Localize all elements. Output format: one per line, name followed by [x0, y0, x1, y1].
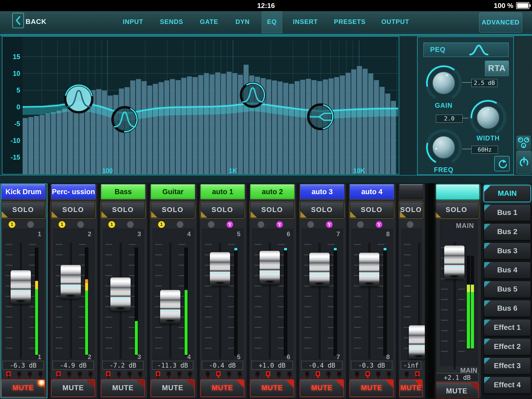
assign-indicator-3[interactable]: [227, 371, 231, 376]
eq-type-selector[interactable]: PEQ: [423, 43, 509, 57]
link-indicator[interactable]: [77, 221, 84, 228]
assign-indicator-3[interactable]: [78, 371, 82, 376]
eq-power-button[interactable]: [516, 151, 531, 174]
assign-indicator-3[interactable]: [127, 371, 132, 376]
bus-select-effect-3[interactable]: Effect 3: [484, 357, 531, 375]
solo-button[interactable]: SOLO: [51, 202, 95, 218]
bus-select-bus-1[interactable]: Bus 1: [484, 204, 531, 221]
assign-indicator-1[interactable]: [106, 371, 110, 376]
bus-select-bus-3[interactable]: Bus 3: [484, 242, 531, 260]
channel-name-label[interactable]: auto 1: [201, 184, 245, 199]
assign-indicator-2[interactable]: [216, 371, 221, 376]
link-indicator[interactable]: [257, 221, 264, 228]
mute-button[interactable]: MUTE: [300, 379, 344, 397]
assign-indicator-2[interactable]: [365, 371, 370, 376]
assign-indicator-1[interactable]: [355, 371, 359, 376]
link-indicator[interactable]: [407, 221, 414, 228]
channel-name-label[interactable]: [400, 184, 423, 199]
tab-gate[interactable]: GATE: [200, 11, 218, 33]
freq-knob[interactable]: [424, 127, 464, 167]
assign-indicator-2[interactable]: [266, 371, 270, 376]
mute-button[interactable]: MUTE: [51, 379, 95, 397]
assign-indicator-4[interactable]: [287, 371, 292, 376]
assign-indicator-1[interactable]: [206, 371, 210, 376]
fader-handle[interactable]: [210, 252, 230, 286]
assign-indicator-1[interactable]: [6, 371, 11, 376]
fader-handle[interactable]: [444, 246, 464, 279]
assign-indicator-4[interactable]: [38, 371, 43, 376]
bus-select-bus-4[interactable]: Bus 4: [484, 261, 531, 279]
tab-presets[interactable]: PRESETS: [334, 11, 365, 33]
assign-indicator-3[interactable]: [177, 371, 181, 376]
solo-button[interactable]: SOLO: [200, 202, 244, 218]
freq-value[interactable]: 60Hz: [471, 146, 498, 154]
assign-indicator-1[interactable]: [56, 371, 61, 376]
channel-view-icon[interactable]: [517, 136, 531, 149]
tab-eq[interactable]: EQ: [262, 11, 282, 33]
solo-button[interactable]: SOLO: [434, 202, 479, 218]
assign-indicator-4[interactable]: [238, 371, 242, 376]
assign-indicator-2[interactable]: [17, 371, 21, 376]
channel-name-label[interactable]: auto 3: [300, 184, 344, 199]
channel-name-label[interactable]: auto 4: [350, 184, 394, 199]
assign-indicator-4[interactable]: [387, 371, 391, 376]
reset-button[interactable]: [494, 156, 510, 171]
mute-button[interactable]: MUTE: [1, 379, 45, 397]
mute-button[interactable]: MUTE: [101, 379, 145, 397]
assign-indicator-3[interactable]: [277, 371, 281, 376]
link-indicator[interactable]: [307, 221, 314, 228]
rta-toggle-button[interactable]: RTA: [485, 61, 509, 76]
solo-button[interactable]: SOLO: [1, 202, 45, 218]
tab-input[interactable]: INPUT: [123, 11, 143, 33]
bus-select-effect-2[interactable]: Effect 2: [484, 338, 531, 355]
fader-handle[interactable]: [11, 270, 31, 304]
bus-select-main[interactable]: MAIN: [484, 185, 531, 202]
assign-indicator-3[interactable]: [326, 371, 331, 376]
link-indicator[interactable]: [357, 221, 364, 228]
fader-handle[interactable]: [359, 253, 379, 286]
fader-handle[interactable]: [309, 253, 330, 286]
assign-indicator-1[interactable]: [156, 371, 160, 376]
link-indicator[interactable]: [27, 221, 34, 228]
assign-indicator-4[interactable]: [88, 371, 93, 376]
gain-value[interactable]: 2.5 dB: [471, 79, 497, 87]
link-indicator[interactable]: [208, 221, 215, 228]
link-indicator[interactable]: [127, 221, 134, 228]
assign-indicator-2[interactable]: [316, 371, 320, 376]
dca-group-indicator[interactable]: 1: [9, 221, 15, 228]
channel-name-label[interactable]: Kick Drum: [1, 184, 45, 199]
width-knob[interactable]: [468, 98, 508, 138]
bus-select-effect-1[interactable]: Effect 1: [484, 319, 531, 336]
channel-name-label[interactable]: Guitar: [151, 184, 195, 199]
assign-indicator-2[interactable]: [415, 371, 419, 376]
main-name-label[interactable]: [435, 184, 479, 200]
bus-select-bus-2[interactable]: Bus 2: [484, 223, 531, 240]
dca-group-indicator[interactable]: 1: [59, 221, 65, 228]
solo-button[interactable]: SOLO: [350, 202, 394, 218]
gain-knob[interactable]: [424, 63, 464, 103]
fader-handle[interactable]: [61, 265, 81, 298]
assign-indicator-1[interactable]: [305, 371, 309, 376]
assign-indicator-3[interactable]: [376, 371, 380, 376]
dca-group-indicator[interactable]: 1: [108, 221, 115, 228]
y-link-indicator[interactable]: Y: [226, 221, 233, 228]
mute-button[interactable]: MUTE: [350, 379, 394, 397]
assign-indicator-4[interactable]: [138, 371, 142, 376]
fader-handle[interactable]: [160, 290, 180, 323]
assign-indicator-2[interactable]: [67, 371, 71, 376]
tab-output[interactable]: OUTPUT: [381, 11, 409, 33]
link-indicator[interactable]: [177, 221, 184, 228]
bus-select-bus-6[interactable]: Bus 6: [484, 300, 531, 317]
mute-button[interactable]: MUTE: [250, 379, 294, 397]
y-link-indicator[interactable]: Y: [376, 221, 383, 228]
solo-button[interactable]: SOLO: [151, 202, 195, 218]
bus-select-bus-5[interactable]: Bus 5: [484, 281, 531, 298]
width-value[interactable]: 2.0: [436, 115, 463, 123]
fader-handle[interactable]: [260, 251, 280, 284]
fader-handle[interactable]: [110, 277, 131, 311]
solo-button[interactable]: SOLO: [250, 202, 294, 218]
bus-select-effect-4[interactable]: Effect 4: [484, 376, 531, 394]
solo-button[interactable]: SOLO: [300, 202, 344, 218]
back-button[interactable]: [12, 13, 24, 28]
mute-button[interactable]: MUTE: [435, 383, 479, 398]
